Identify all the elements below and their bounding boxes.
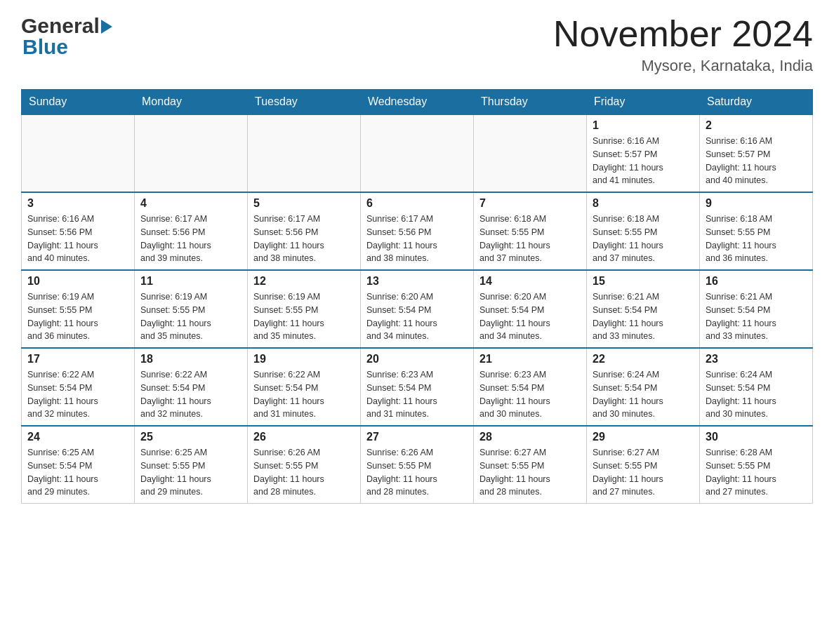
day-info: Sunrise: 6:18 AMSunset: 5:55 PMDaylight:…: [706, 213, 807, 265]
calendar-cell: 9Sunrise: 6:18 AMSunset: 5:55 PMDaylight…: [700, 192, 813, 270]
day-number: 17: [27, 353, 128, 365]
calendar-cell: [248, 114, 361, 192]
calendar-cell: 27Sunrise: 6:26 AMSunset: 5:55 PMDayligh…: [361, 426, 474, 504]
calendar-cell: 20Sunrise: 6:23 AMSunset: 5:54 PMDayligh…: [361, 348, 474, 426]
day-number: 10: [27, 275, 128, 288]
calendar-table: SundayMondayTuesdayWednesdayThursdayFrid…: [21, 89, 813, 504]
page-header: General Blue November 2024 Mysore, Karna…: [21, 14, 813, 75]
calendar-cell: 21Sunrise: 6:23 AMSunset: 5:54 PMDayligh…: [474, 348, 587, 426]
day-info: Sunrise: 6:20 AMSunset: 5:54 PMDaylight:…: [479, 290, 581, 343]
day-number: 11: [140, 275, 241, 288]
calendar-cell: 15Sunrise: 6:21 AMSunset: 5:54 PMDayligh…: [587, 270, 700, 348]
day-info: Sunrise: 6:22 AMSunset: 5:54 PMDaylight:…: [140, 368, 241, 421]
day-info: Sunrise: 6:25 AMSunset: 5:55 PMDaylight:…: [140, 446, 241, 499]
day-info: Sunrise: 6:17 AMSunset: 5:56 PMDaylight:…: [366, 213, 468, 265]
day-info: Sunrise: 6:19 AMSunset: 5:55 PMDaylight:…: [140, 290, 241, 343]
day-info: Sunrise: 6:23 AMSunset: 5:54 PMDaylight:…: [366, 368, 468, 421]
day-number: 1: [593, 119, 694, 132]
calendar-cell: 1Sunrise: 6:16 AMSunset: 5:57 PMDaylight…: [587, 114, 700, 192]
calendar-cell: 10Sunrise: 6:19 AMSunset: 5:55 PMDayligh…: [22, 270, 135, 348]
day-info: Sunrise: 6:27 AMSunset: 5:55 PMDaylight:…: [593, 446, 694, 499]
day-number: 16: [706, 275, 807, 288]
calendar-cell: 22Sunrise: 6:24 AMSunset: 5:54 PMDayligh…: [587, 348, 700, 426]
calendar-cell: 18Sunrise: 6:22 AMSunset: 5:54 PMDayligh…: [135, 348, 248, 426]
calendar-cell: 13Sunrise: 6:20 AMSunset: 5:54 PMDayligh…: [361, 270, 474, 348]
day-number: 27: [366, 431, 468, 443]
calendar-cell: 3Sunrise: 6:16 AMSunset: 5:56 PMDaylight…: [22, 192, 135, 270]
day-info: Sunrise: 6:26 AMSunset: 5:55 PMDaylight:…: [253, 446, 355, 499]
day-info: Sunrise: 6:25 AMSunset: 5:54 PMDaylight:…: [27, 446, 128, 499]
calendar-cell: 14Sunrise: 6:20 AMSunset: 5:54 PMDayligh…: [474, 270, 587, 348]
day-info: Sunrise: 6:19 AMSunset: 5:55 PMDaylight:…: [27, 290, 128, 343]
calendar-cell: 12Sunrise: 6:19 AMSunset: 5:55 PMDayligh…: [248, 270, 361, 348]
day-number: 24: [27, 431, 128, 443]
day-number: 19: [253, 353, 355, 365]
day-info: Sunrise: 6:27 AMSunset: 5:55 PMDaylight:…: [479, 446, 581, 499]
month-title: November 2024: [553, 14, 813, 54]
calendar-cell: 29Sunrise: 6:27 AMSunset: 5:55 PMDayligh…: [587, 426, 700, 504]
calendar-cell: 2Sunrise: 6:16 AMSunset: 5:57 PMDaylight…: [700, 114, 813, 192]
day-info: Sunrise: 6:22 AMSunset: 5:54 PMDaylight:…: [253, 368, 355, 421]
calendar-cell: 26Sunrise: 6:26 AMSunset: 5:55 PMDayligh…: [248, 426, 361, 504]
day-info: Sunrise: 6:24 AMSunset: 5:54 PMDaylight:…: [706, 368, 807, 421]
day-info: Sunrise: 6:22 AMSunset: 5:54 PMDaylight:…: [27, 368, 128, 421]
weekday-header-monday: Monday: [135, 90, 248, 115]
day-number: 15: [593, 275, 694, 288]
logo-blue-text: Blue: [22, 35, 68, 58]
day-info: Sunrise: 6:17 AMSunset: 5:56 PMDaylight:…: [253, 213, 355, 265]
weekday-header-wednesday: Wednesday: [361, 90, 474, 115]
location-text: Mysore, Karnataka, India: [553, 57, 813, 75]
calendar-cell: 11Sunrise: 6:19 AMSunset: 5:55 PMDayligh…: [135, 270, 248, 348]
calendar-cell: [22, 114, 135, 192]
logo-arrow-icon: [101, 20, 112, 34]
calendar-cell: 7Sunrise: 6:18 AMSunset: 5:55 PMDaylight…: [474, 192, 587, 270]
calendar-cell: 8Sunrise: 6:18 AMSunset: 5:55 PMDaylight…: [587, 192, 700, 270]
day-number: 29: [593, 431, 694, 443]
weekday-header-friday: Friday: [587, 90, 700, 115]
title-section: November 2024 Mysore, Karnataka, India: [553, 14, 813, 75]
week-row-3: 10Sunrise: 6:19 AMSunset: 5:55 PMDayligh…: [22, 270, 813, 348]
day-number: 25: [140, 431, 241, 443]
calendar-cell: 4Sunrise: 6:17 AMSunset: 5:56 PMDaylight…: [135, 192, 248, 270]
day-info: Sunrise: 6:16 AMSunset: 5:56 PMDaylight:…: [27, 213, 128, 265]
day-number: 28: [479, 431, 581, 443]
day-number: 2: [706, 119, 807, 132]
day-number: 22: [593, 353, 694, 365]
day-number: 20: [366, 353, 468, 365]
day-number: 8: [593, 197, 694, 210]
day-number: 30: [706, 431, 807, 443]
day-info: Sunrise: 6:16 AMSunset: 5:57 PMDaylight:…: [593, 135, 694, 187]
calendar-cell: 24Sunrise: 6:25 AMSunset: 5:54 PMDayligh…: [22, 426, 135, 504]
calendar-cell: 28Sunrise: 6:27 AMSunset: 5:55 PMDayligh…: [474, 426, 587, 504]
day-info: Sunrise: 6:26 AMSunset: 5:55 PMDaylight:…: [366, 446, 468, 499]
day-number: 4: [140, 197, 241, 210]
day-info: Sunrise: 6:28 AMSunset: 5:55 PMDaylight:…: [706, 446, 807, 499]
weekday-header-sunday: Sunday: [22, 90, 135, 115]
weekday-header-thursday: Thursday: [474, 90, 587, 115]
logo: General Blue: [21, 14, 112, 59]
week-row-5: 24Sunrise: 6:25 AMSunset: 5:54 PMDayligh…: [22, 426, 813, 504]
day-number: 26: [253, 431, 355, 443]
week-row-1: 1Sunrise: 6:16 AMSunset: 5:57 PMDaylight…: [22, 114, 813, 192]
calendar-cell: [361, 114, 474, 192]
calendar-header-row: SundayMondayTuesdayWednesdayThursdayFrid…: [22, 90, 813, 115]
day-number: 7: [479, 197, 581, 210]
calendar-cell: [474, 114, 587, 192]
weekday-header-saturday: Saturday: [700, 90, 813, 115]
week-row-4: 17Sunrise: 6:22 AMSunset: 5:54 PMDayligh…: [22, 348, 813, 426]
day-info: Sunrise: 6:21 AMSunset: 5:54 PMDaylight:…: [593, 290, 694, 343]
day-info: Sunrise: 6:18 AMSunset: 5:55 PMDaylight:…: [479, 213, 581, 265]
day-number: 3: [27, 197, 128, 210]
calendar-cell: 19Sunrise: 6:22 AMSunset: 5:54 PMDayligh…: [248, 348, 361, 426]
calendar-cell: 16Sunrise: 6:21 AMSunset: 5:54 PMDayligh…: [700, 270, 813, 348]
day-number: 9: [706, 197, 807, 210]
logo-general-text: General: [21, 14, 100, 38]
calendar-cell: 25Sunrise: 6:25 AMSunset: 5:55 PMDayligh…: [135, 426, 248, 504]
day-number: 6: [366, 197, 468, 210]
day-number: 18: [140, 353, 241, 365]
day-info: Sunrise: 6:19 AMSunset: 5:55 PMDaylight:…: [253, 290, 355, 343]
calendar-cell: 5Sunrise: 6:17 AMSunset: 5:56 PMDaylight…: [248, 192, 361, 270]
calendar-cell: 17Sunrise: 6:22 AMSunset: 5:54 PMDayligh…: [22, 348, 135, 426]
day-number: 21: [479, 353, 581, 365]
day-number: 14: [479, 275, 581, 288]
